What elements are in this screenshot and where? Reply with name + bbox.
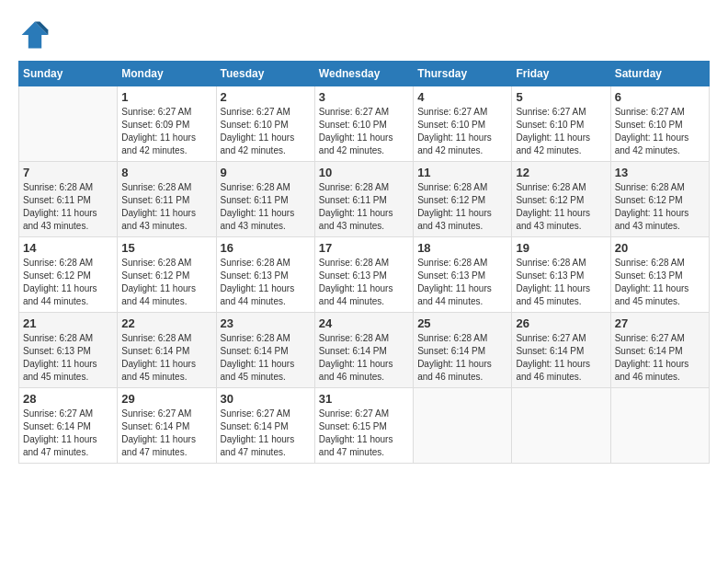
calendar-cell: 2Sunrise: 6:27 AM Sunset: 6:10 PM Daylig… [216, 86, 314, 162]
day-number: 21 [23, 316, 113, 330]
day-number: 8 [121, 166, 211, 179]
day-number: 24 [319, 316, 409, 330]
day-info: Sunrise: 6:28 AM Sunset: 6:11 PM Dayligh… [121, 181, 211, 233]
day-number: 5 [516, 90, 606, 104]
day-of-week-header: Monday [118, 62, 216, 86]
calendar-week-row: 7Sunrise: 6:28 AM Sunset: 6:11 PM Daylig… [19, 162, 710, 237]
day-info: Sunrise: 6:28 AM Sunset: 6:13 PM Dayligh… [417, 257, 507, 308]
day-number: 1 [121, 90, 211, 104]
calendar-cell: 13Sunrise: 6:28 AM Sunset: 6:12 PM Dayli… [610, 162, 709, 237]
day-number: 26 [516, 316, 606, 330]
days-of-week-row: SundayMondayTuesdayWednesdayThursdayFrid… [19, 62, 710, 86]
calendar-cell: 28Sunrise: 6:27 AM Sunset: 6:14 PM Dayli… [19, 388, 118, 464]
day-number: 22 [121, 316, 211, 330]
calendar-cell: 4Sunrise: 6:27 AM Sunset: 6:10 PM Daylig… [414, 86, 512, 162]
day-info: Sunrise: 6:27 AM Sunset: 6:14 PM Dayligh… [221, 408, 311, 459]
calendar-cell [414, 388, 512, 464]
calendar-cell: 25Sunrise: 6:28 AM Sunset: 6:14 PM Dayli… [414, 313, 512, 388]
day-number: 27 [615, 316, 705, 330]
day-number: 31 [319, 392, 409, 406]
day-of-week-header: Thursday [414, 62, 512, 86]
calendar-cell: 27Sunrise: 6:27 AM Sunset: 6:14 PM Dayli… [610, 313, 709, 388]
calendar-cell: 8Sunrise: 6:28 AM Sunset: 6:11 PM Daylig… [118, 162, 216, 237]
calendar-cell: 3Sunrise: 6:27 AM Sunset: 6:10 PM Daylig… [314, 86, 413, 162]
day-info: Sunrise: 6:27 AM Sunset: 6:10 PM Dayligh… [615, 106, 705, 157]
day-number: 12 [516, 166, 606, 179]
calendar-cell: 20Sunrise: 6:28 AM Sunset: 6:13 PM Dayli… [610, 237, 709, 313]
day-number: 20 [615, 241, 705, 255]
day-info: Sunrise: 6:28 AM Sunset: 6:13 PM Dayligh… [319, 257, 409, 308]
day-info: Sunrise: 6:27 AM Sunset: 6:10 PM Dayligh… [319, 106, 409, 157]
logo-icon [18, 18, 51, 52]
calendar-cell [19, 86, 118, 162]
calendar-week-row: 21Sunrise: 6:28 AM Sunset: 6:13 PM Dayli… [19, 313, 710, 388]
day-number: 2 [221, 90, 311, 104]
day-of-week-header: Saturday [610, 62, 709, 86]
day-number: 3 [319, 90, 409, 104]
day-info: Sunrise: 6:28 AM Sunset: 6:13 PM Dayligh… [23, 332, 113, 384]
calendar-cell: 10Sunrise: 6:28 AM Sunset: 6:11 PM Dayli… [314, 162, 413, 237]
day-info: Sunrise: 6:28 AM Sunset: 6:12 PM Dayligh… [615, 181, 705, 233]
day-info: Sunrise: 6:28 AM Sunset: 6:14 PM Dayligh… [121, 332, 211, 384]
calendar-week-row: 1Sunrise: 6:27 AM Sunset: 6:09 PM Daylig… [19, 86, 710, 162]
calendar-cell: 31Sunrise: 6:27 AM Sunset: 6:15 PM Dayli… [314, 388, 413, 464]
page-header [18, 18, 710, 52]
calendar-cell: 1Sunrise: 6:27 AM Sunset: 6:09 PM Daylig… [118, 86, 216, 162]
day-number: 4 [417, 90, 507, 104]
day-of-week-header: Tuesday [216, 62, 314, 86]
day-info: Sunrise: 6:28 AM Sunset: 6:11 PM Dayligh… [221, 181, 311, 233]
day-number: 7 [23, 166, 113, 179]
calendar-cell [610, 388, 709, 464]
day-info: Sunrise: 6:28 AM Sunset: 6:12 PM Dayligh… [23, 257, 113, 308]
day-info: Sunrise: 6:28 AM Sunset: 6:13 PM Dayligh… [221, 257, 311, 308]
day-info: Sunrise: 6:27 AM Sunset: 6:14 PM Dayligh… [516, 332, 606, 384]
day-number: 28 [23, 392, 113, 406]
day-number: 10 [319, 166, 409, 179]
calendar-cell: 16Sunrise: 6:28 AM Sunset: 6:13 PM Dayli… [216, 237, 314, 313]
calendar-cell [512, 388, 610, 464]
day-info: Sunrise: 6:28 AM Sunset: 6:12 PM Dayligh… [121, 257, 211, 308]
calendar-cell: 29Sunrise: 6:27 AM Sunset: 6:14 PM Dayli… [118, 388, 216, 464]
calendar-cell: 12Sunrise: 6:28 AM Sunset: 6:12 PM Dayli… [512, 162, 610, 237]
day-info: Sunrise: 6:27 AM Sunset: 6:14 PM Dayligh… [23, 408, 113, 459]
calendar-cell: 6Sunrise: 6:27 AM Sunset: 6:10 PM Daylig… [610, 86, 709, 162]
day-number: 25 [417, 316, 507, 330]
calendar-cell: 11Sunrise: 6:28 AM Sunset: 6:12 PM Dayli… [414, 162, 512, 237]
day-info: Sunrise: 6:28 AM Sunset: 6:11 PM Dayligh… [23, 181, 113, 233]
calendar-cell: 21Sunrise: 6:28 AM Sunset: 6:13 PM Dayli… [19, 313, 118, 388]
calendar-table: SundayMondayTuesdayWednesdayThursdayFrid… [18, 61, 710, 464]
day-info: Sunrise: 6:28 AM Sunset: 6:14 PM Dayligh… [417, 332, 507, 384]
day-number: 11 [417, 166, 507, 179]
day-number: 23 [221, 316, 311, 330]
day-number: 16 [221, 241, 311, 255]
day-number: 9 [221, 166, 311, 179]
calendar-cell: 30Sunrise: 6:27 AM Sunset: 6:14 PM Dayli… [216, 388, 314, 464]
calendar-cell: 22Sunrise: 6:28 AM Sunset: 6:14 PM Dayli… [118, 313, 216, 388]
day-of-week-header: Wednesday [314, 62, 413, 86]
day-number: 6 [615, 90, 705, 104]
calendar-cell: 14Sunrise: 6:28 AM Sunset: 6:12 PM Dayli… [19, 237, 118, 313]
day-info: Sunrise: 6:28 AM Sunset: 6:14 PM Dayligh… [319, 332, 409, 384]
day-info: Sunrise: 6:27 AM Sunset: 6:14 PM Dayligh… [615, 332, 705, 384]
day-number: 14 [23, 241, 113, 255]
day-info: Sunrise: 6:28 AM Sunset: 6:12 PM Dayligh… [417, 181, 507, 233]
calendar-cell: 5Sunrise: 6:27 AM Sunset: 6:10 PM Daylig… [512, 86, 610, 162]
day-number: 29 [121, 392, 211, 406]
day-info: Sunrise: 6:27 AM Sunset: 6:15 PM Dayligh… [319, 408, 409, 459]
calendar-cell: 18Sunrise: 6:28 AM Sunset: 6:13 PM Dayli… [414, 237, 512, 313]
day-info: Sunrise: 6:28 AM Sunset: 6:14 PM Dayligh… [221, 332, 311, 384]
calendar-week-row: 14Sunrise: 6:28 AM Sunset: 6:12 PM Dayli… [19, 237, 710, 313]
day-info: Sunrise: 6:27 AM Sunset: 6:14 PM Dayligh… [121, 408, 211, 459]
calendar-body: 1Sunrise: 6:27 AM Sunset: 6:09 PM Daylig… [19, 86, 710, 464]
calendar-header: SundayMondayTuesdayWednesdayThursdayFrid… [19, 62, 710, 86]
day-number: 17 [319, 241, 409, 255]
calendar-cell: 7Sunrise: 6:28 AM Sunset: 6:11 PM Daylig… [19, 162, 118, 237]
svg-marker-0 [22, 22, 49, 49]
calendar-cell: 9Sunrise: 6:28 AM Sunset: 6:11 PM Daylig… [216, 162, 314, 237]
day-info: Sunrise: 6:27 AM Sunset: 6:10 PM Dayligh… [417, 106, 507, 157]
day-info: Sunrise: 6:28 AM Sunset: 6:11 PM Dayligh… [319, 181, 409, 233]
day-info: Sunrise: 6:28 AM Sunset: 6:13 PM Dayligh… [615, 257, 705, 308]
day-number: 15 [121, 241, 211, 255]
logo [18, 18, 55, 52]
calendar-cell: 19Sunrise: 6:28 AM Sunset: 6:13 PM Dayli… [512, 237, 610, 313]
